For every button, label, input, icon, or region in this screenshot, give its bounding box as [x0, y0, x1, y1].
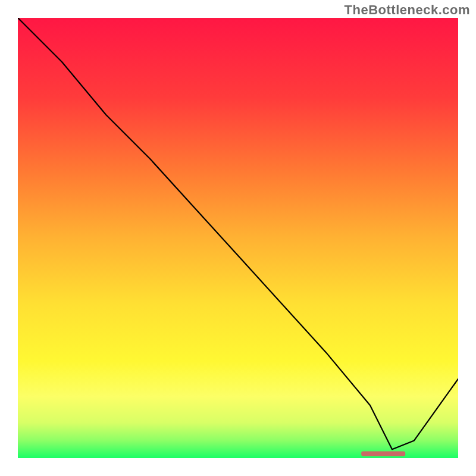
bottleneck-chart — [18, 18, 458, 458]
chart-plot-area — [18, 18, 458, 458]
gradient-background — [18, 18, 458, 458]
optimal-range-marker — [361, 452, 405, 456]
watermark-text: TheBottleneck.com — [345, 2, 470, 18]
